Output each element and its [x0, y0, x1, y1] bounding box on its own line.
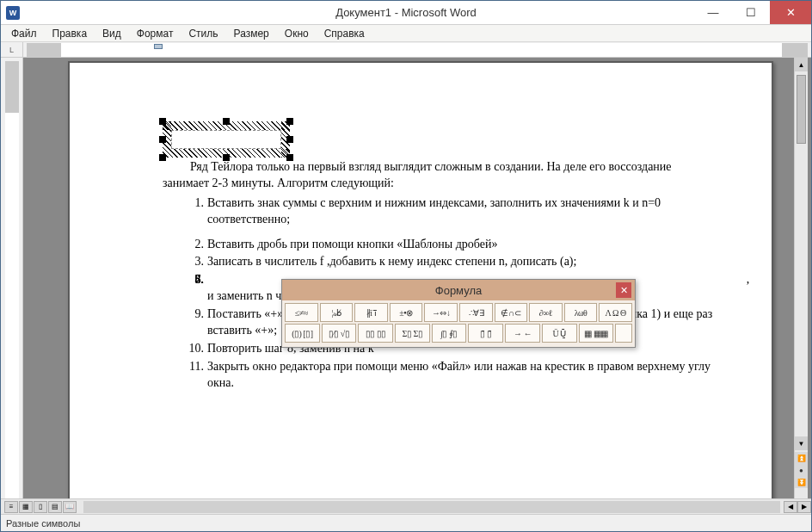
- scroll-thumb[interactable]: [797, 75, 806, 144]
- operator-symbols-button[interactable]: ±•⊗: [390, 303, 423, 322]
- greek-uppercase-button[interactable]: Λ Ω Θ: [599, 303, 632, 322]
- embellishments-button[interactable]: ∦ī ī̄: [354, 303, 388, 322]
- equation-object[interactable]: [163, 121, 290, 158]
- menu-help[interactable]: Справка: [317, 27, 372, 40]
- print-view-button[interactable]: ▯: [34, 501, 47, 513]
- summation-templates-button[interactable]: Σ▯ Σ▯: [395, 324, 430, 343]
- vertical-scrollbar[interactable]: ▲ ▼ ⏫ ● ⏬: [794, 58, 808, 498]
- product-templates-button[interactable]: Ū Ū̱: [542, 324, 577, 343]
- horizontal-ruler-row: L: [1, 42, 811, 58]
- horizontal-scrollbar[interactable]: [83, 501, 780, 513]
- horizontal-scroll-row: ≡ ▦ ▯ ▤ 📖 ◀ ▶: [1, 498, 811, 514]
- horizontal-ruler[interactable]: [27, 43, 808, 57]
- resize-handle-tm[interactable]: [223, 118, 230, 125]
- scroll-up-button[interactable]: ▲: [795, 58, 808, 71]
- view-buttons: ≡ ▦ ▯ ▤ 📖: [1, 501, 80, 513]
- formula-titlebar[interactable]: Формула ✕: [282, 280, 635, 300]
- scroll-down-button[interactable]: ▼: [795, 436, 808, 450]
- menu-window[interactable]: Окно: [278, 27, 316, 40]
- app-window: W Документ1 - Microsoft Word — ☐ ✕ Файл …: [0, 0, 812, 532]
- menu-edit[interactable]: Правка: [46, 27, 95, 40]
- set-symbols-button[interactable]: ∉∩⊂: [495, 303, 528, 322]
- normal-view-button[interactable]: ≡: [4, 501, 18, 513]
- vertical-ruler[interactable]: [5, 61, 19, 498]
- menu-file[interactable]: Файл: [4, 27, 44, 40]
- resize-handle-tr[interactable]: [286, 118, 293, 125]
- fraction-templates-button[interactable]: ▯⁄▯ √▯: [322, 324, 357, 343]
- window-buttons: — ☐ ✕: [694, 1, 811, 24]
- hscroll-right-button[interactable]: ▶: [797, 501, 811, 513]
- formula-close-button[interactable]: ✕: [616, 282, 631, 298]
- vertical-ruler-column: [1, 58, 23, 498]
- menu-size[interactable]: Размер: [227, 27, 276, 40]
- formula-toolbar-window[interactable]: Формула ✕ ≤≠≈ ¦ₐb̸ ∦ī ī̄ ±•⊗ →⇔↓ ∴∀∃ ∉∩⊂…: [281, 279, 636, 348]
- document-body[interactable]: Ряд Тейлора только на первый взгляд выгл…: [163, 159, 720, 393]
- fence-templates-button[interactable]: (▯) [▯]: [285, 324, 320, 343]
- formula-title: Формула: [435, 284, 482, 297]
- logical-symbols-button[interactable]: ∴∀∃: [459, 303, 493, 322]
- hscroll-left-button[interactable]: ◀: [784, 501, 797, 513]
- maximize-button[interactable]: ☐: [732, 1, 770, 24]
- browse-object-button[interactable]: ●: [795, 464, 808, 476]
- relation-symbols-button[interactable]: ≤≠≈: [285, 303, 318, 322]
- resize-handle-ml[interactable]: [159, 136, 166, 143]
- matrix-templates-button[interactable]: ▦ ▦▦: [579, 324, 614, 343]
- menu-style[interactable]: Стиль: [181, 27, 225, 40]
- status-text: Разные символы: [6, 518, 80, 529]
- hscroll-thumb[interactable]: [83, 501, 780, 513]
- integral-templates-button[interactable]: ∫▯ ∮▯: [432, 324, 467, 343]
- minimize-button[interactable]: —: [694, 1, 732, 24]
- outline-view-button[interactable]: ▤: [48, 501, 62, 513]
- web-view-button[interactable]: ▦: [19, 501, 33, 513]
- app-icon: W: [6, 6, 20, 20]
- menu-view[interactable]: Вид: [95, 27, 128, 40]
- overbar-templates-button[interactable]: ▯̄ ▯̄: [468, 324, 503, 343]
- next-page-button[interactable]: ⏬: [795, 476, 808, 488]
- menu-format[interactable]: Формат: [130, 27, 181, 40]
- spaces-button[interactable]: ¦ₐb̸: [320, 303, 354, 322]
- resize-handle-tl[interactable]: [159, 118, 166, 125]
- labeled-arrow-button[interactable]: → ←: [505, 324, 540, 343]
- ruler-corner[interactable]: L: [1, 42, 23, 57]
- formula-blank-button[interactable]: [615, 324, 632, 343]
- reading-view-button[interactable]: 📖: [63, 501, 77, 513]
- titlebar: W Документ1 - Microsoft Word — ☐ ✕: [1, 1, 811, 25]
- window-title: Документ1 - Microsoft Word: [335, 6, 477, 19]
- resize-handle-mr[interactable]: [286, 136, 293, 143]
- misc-symbols-button[interactable]: ∂∞ℓ: [529, 303, 563, 322]
- prev-page-button[interactable]: ⏫: [795, 452, 808, 464]
- greek-lowercase-button[interactable]: λωθ: [564, 303, 598, 322]
- subscript-templates-button[interactable]: ▯▯ ▯▯: [358, 324, 393, 343]
- menubar: Файл Правка Вид Формат Стиль Размер Окно…: [1, 25, 811, 42]
- arrow-symbols-button[interactable]: →⇔↓: [424, 303, 458, 322]
- intro-paragraph: Ряд Тейлора только на первый взгляд выгл…: [163, 159, 720, 192]
- formula-tools: ≤≠≈ ¦ₐb̸ ∦ī ī̄ ±•⊗ →⇔↓ ∴∀∃ ∉∩⊂ ∂∞ℓ λωθ Λ…: [282, 300, 635, 347]
- document-canvas[interactable]: Ряд Тейлора только на первый взгляд выгл…: [23, 58, 811, 498]
- statusbar: Разные символы: [1, 514, 811, 531]
- close-button[interactable]: ✕: [770, 1, 811, 24]
- work-area: Ряд Тейлора только на первый взгляд выгл…: [1, 58, 811, 498]
